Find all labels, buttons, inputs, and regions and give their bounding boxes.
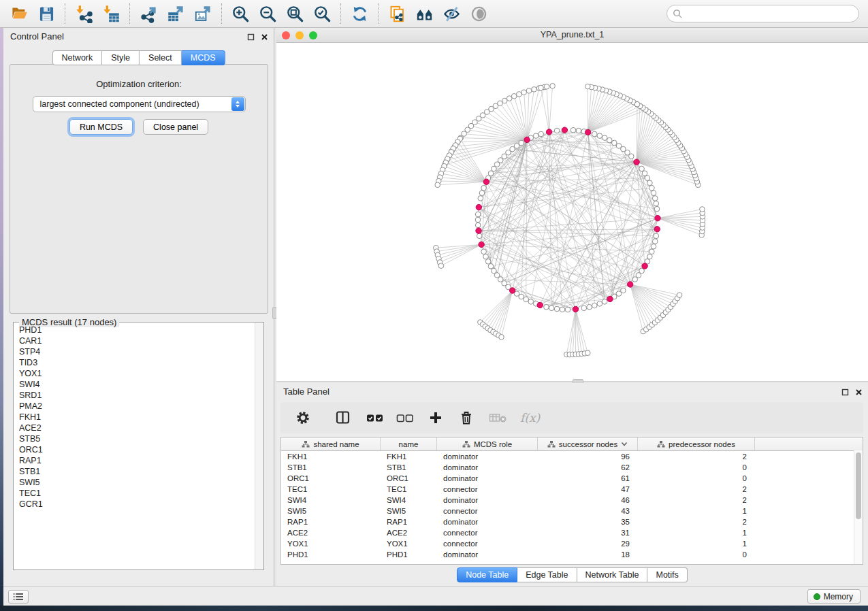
mcds-result-item[interactable]: CAR1 xyxy=(19,335,255,346)
table-cell: FKH1 xyxy=(281,452,381,461)
mcds-result-list[interactable]: PHD1CAR1STP4TID3YOX1SWI4SRD1PMA2FKH1ACE2… xyxy=(14,325,255,569)
zoom-fit-button[interactable] xyxy=(281,2,308,25)
control-panel-header: Control Panel xyxy=(3,28,274,46)
table-cell: connector xyxy=(437,540,538,548)
mcds-result-item[interactable]: PHD1 xyxy=(19,325,255,335)
function-builder-button[interactable]: f(x) xyxy=(519,410,546,426)
close-panel-icon[interactable] xyxy=(855,389,863,396)
mcds-result-item[interactable]: RAP1 xyxy=(19,455,255,466)
save-session-button[interactable] xyxy=(33,2,60,25)
export-table-button[interactable] xyxy=(162,2,189,25)
column-header-shared-name[interactable]: shared name xyxy=(281,437,381,450)
export-network-button[interactable] xyxy=(135,2,162,25)
node-table: shared namenameMCDS rolesuccessor nodesp… xyxy=(280,437,863,565)
table-cell: YOX1 xyxy=(281,540,381,548)
column-header-successor-nodes[interactable]: successor nodes xyxy=(538,437,638,450)
mcds-result-item[interactable]: YOX1 xyxy=(19,368,255,379)
mcds-result-item[interactable]: ACE2 xyxy=(19,423,255,433)
search-input[interactable] xyxy=(666,5,859,22)
mcds-result-item[interactable]: TEC1 xyxy=(19,488,255,499)
table-row[interactable]: RAP1RAP1dominator352 xyxy=(281,516,863,527)
tab-network-table[interactable]: Network Table xyxy=(577,567,648,582)
table-row[interactable]: FKH1FKH1dominator962 xyxy=(281,451,863,462)
table-cell: 96 xyxy=(538,452,638,461)
zoom-out-button[interactable] xyxy=(254,2,281,25)
mcds-result-item[interactable]: SWI4 xyxy=(19,379,255,390)
tab-node-table[interactable]: Node Table xyxy=(457,567,517,582)
tab-edge-table[interactable]: Edge Table xyxy=(517,567,577,582)
table-cell: 35 xyxy=(538,518,638,526)
tab-mcds[interactable]: MCDS xyxy=(182,50,225,65)
import-network-button[interactable] xyxy=(70,2,97,25)
mcds-result-item[interactable]: PMA2 xyxy=(19,401,255,412)
tab-style[interactable]: Style xyxy=(102,50,140,65)
select-all-button[interactable] xyxy=(366,412,384,424)
task-history-button[interactable] xyxy=(8,590,29,604)
table-row[interactable]: SWI5SWI5connector431 xyxy=(281,506,863,516)
optimization-criterion-select[interactable]: largest connected component (undirected) xyxy=(33,96,246,112)
network-graph[interactable] xyxy=(276,42,867,380)
mcds-result-item[interactable]: FKH1 xyxy=(19,412,255,423)
table-row[interactable]: PHD1PHD1dominator180 xyxy=(281,549,863,560)
delete-button[interactable] xyxy=(459,410,474,425)
add-column-button[interactable] xyxy=(429,411,443,425)
run-mcds-button[interactable]: Run MCDS xyxy=(69,119,133,135)
import-table-button[interactable] xyxy=(97,2,125,25)
table-row[interactable]: SWI4SWI4dominator462 xyxy=(281,495,863,506)
table-row[interactable]: TEC1TEC1connector472 xyxy=(281,484,863,495)
mcds-result-item[interactable]: SWI5 xyxy=(19,477,255,488)
mcds-result-item[interactable]: ORC1 xyxy=(19,444,255,455)
float-panel-icon[interactable] xyxy=(841,389,849,396)
network-view-window: YPA_prune.txt_1 xyxy=(276,28,868,381)
mcds-result-item[interactable]: TID3 xyxy=(19,357,255,368)
column-header-name[interactable]: name xyxy=(381,437,437,450)
table-row[interactable]: ACE2ACE2connector311 xyxy=(281,527,863,538)
table-row[interactable]: ORC1ORC1dominator610 xyxy=(281,473,863,484)
tab-network[interactable]: Network xyxy=(52,50,102,65)
window-zoom-button[interactable] xyxy=(309,31,317,39)
float-panel-icon[interactable] xyxy=(247,33,255,41)
optimization-criterion-label: Optimization criterion: xyxy=(10,79,268,89)
table-cell: 0 xyxy=(638,550,755,559)
window-traffic-lights xyxy=(282,31,317,39)
control-panel-title: Control Panel xyxy=(10,31,64,42)
mcds-result-item[interactable]: SRD1 xyxy=(19,390,255,401)
tab-motifs[interactable]: Motifs xyxy=(647,567,687,582)
mcds-result-scrollbar[interactable] xyxy=(255,323,263,569)
window-close-button[interactable] xyxy=(282,31,290,39)
refresh-layout-button[interactable] xyxy=(346,2,373,25)
delete-table-button[interactable] xyxy=(489,412,508,424)
new-network-from-selection-button[interactable] xyxy=(383,2,411,25)
table-cell: ACE2 xyxy=(381,529,437,537)
table-row[interactable]: YOX1YOX1connector291 xyxy=(281,538,863,549)
tab-select[interactable]: Select xyxy=(140,50,182,65)
close-panel-button[interactable]: Close panel xyxy=(143,119,208,135)
table-scrollbar-thumb[interactable] xyxy=(856,452,861,519)
column-header-predecessor-nodes[interactable]: predecessor nodes xyxy=(638,437,755,450)
zoom-selected-button[interactable] xyxy=(308,2,336,25)
mcds-result-item[interactable]: GCR1 xyxy=(19,499,255,510)
toolbar-separator xyxy=(378,3,379,24)
first-neighbors-button[interactable] xyxy=(411,2,438,25)
zoom-in-button[interactable] xyxy=(227,2,254,25)
table-cell: connector xyxy=(437,529,538,537)
network-canvas[interactable] xyxy=(276,42,868,380)
table-cell: dominator xyxy=(437,550,538,559)
show-columns-button[interactable] xyxy=(335,410,351,426)
table-settings-button[interactable] xyxy=(295,410,310,425)
open-file-button[interactable] xyxy=(5,2,33,25)
close-panel-icon[interactable] xyxy=(261,33,268,41)
window-minimize-button[interactable] xyxy=(295,31,304,39)
show-graphics-details-button[interactable] xyxy=(465,2,492,25)
table-row[interactable]: STB1STB1dominator620 xyxy=(281,462,863,473)
network-window-titlebar[interactable]: YPA_prune.txt_1 xyxy=(276,28,868,43)
hide-selected-button[interactable] xyxy=(438,2,465,25)
deselect-all-button[interactable] xyxy=(396,412,414,424)
mcds-result-item[interactable]: STB5 xyxy=(19,433,255,444)
mcds-result-item[interactable]: STB1 xyxy=(19,466,255,477)
column-header-MCDS-role[interactable]: MCDS role xyxy=(437,437,538,450)
export-image-button[interactable] xyxy=(189,2,216,25)
table-scrollbar[interactable] xyxy=(854,450,863,564)
memory-button[interactable]: Memory xyxy=(807,589,861,604)
mcds-result-item[interactable]: STP4 xyxy=(19,346,255,357)
